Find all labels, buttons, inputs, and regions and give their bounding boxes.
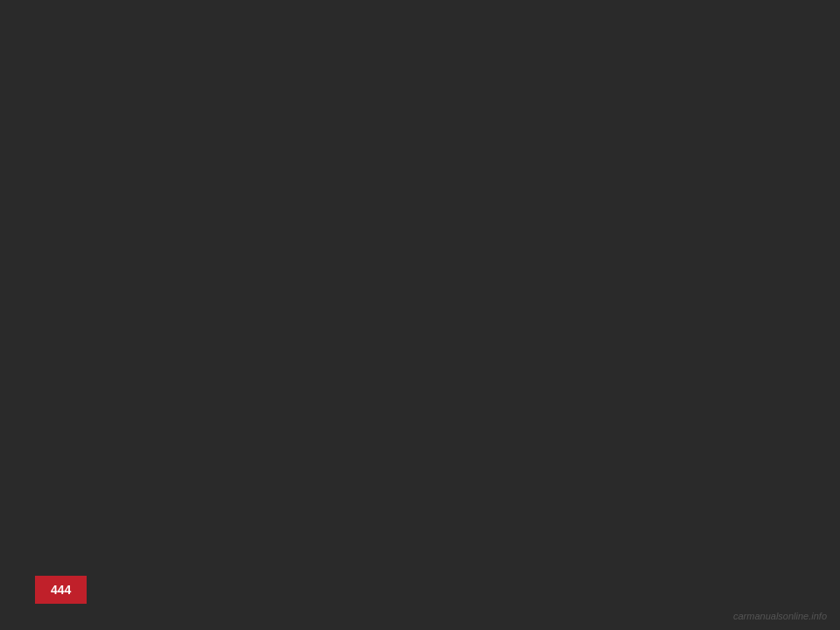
- watermark: carmanualsonline.info: [733, 611, 827, 621]
- page-number: 444: [35, 576, 87, 604]
